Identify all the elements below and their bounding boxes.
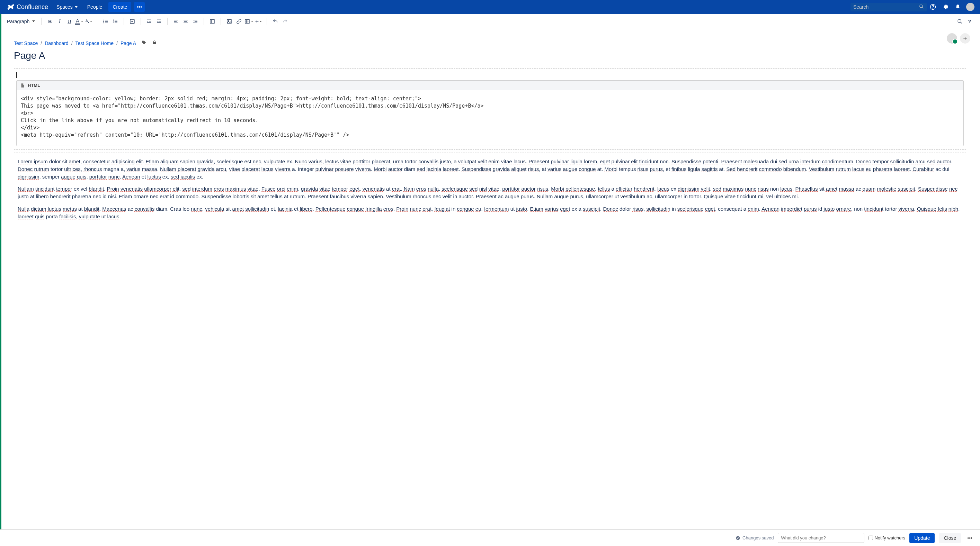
- chevron-down-icon: [81, 21, 83, 22]
- macro-label: HTML: [28, 83, 40, 88]
- layout-button[interactable]: [207, 17, 217, 26]
- paragraph[interactable]: Nullam tincidunt tempor ex vel blandit. …: [18, 185, 963, 200]
- svg-rect-11: [115, 20, 118, 20]
- svg-rect-23: [174, 20, 178, 20]
- nav-people[interactable]: People: [83, 0, 107, 14]
- indent-button[interactable]: [154, 17, 164, 26]
- svg-rect-29: [193, 20, 197, 20]
- breadcrumb-link[interactable]: Test Space Home: [75, 40, 114, 46]
- find-button[interactable]: [955, 17, 965, 26]
- create-button[interactable]: Create: [108, 2, 131, 12]
- nav-spaces[interactable]: Spaces: [52, 0, 83, 14]
- svg-line-41: [961, 22, 962, 24]
- svg-point-3: [933, 8, 933, 9]
- align-right-button[interactable]: [191, 17, 200, 26]
- svg-rect-18: [149, 21, 151, 21]
- breadcrumb-link[interactable]: Page A: [121, 40, 136, 46]
- search-icon: [919, 4, 924, 10]
- presence-avatar[interactable]: [947, 33, 957, 44]
- nav-people-label: People: [87, 4, 102, 10]
- settings-icon[interactable]: [940, 2, 951, 13]
- table-button[interactable]: [244, 17, 253, 26]
- page-title[interactable]: Page A: [14, 50, 966, 61]
- svg-rect-25: [174, 22, 178, 23]
- breadcrumb-link[interactable]: Dashboard: [45, 40, 68, 46]
- svg-point-8: [103, 22, 105, 23]
- editor-body-text-frame[interactable]: Lorem ipsum dolor sit amet, consectetur …: [14, 152, 966, 225]
- svg-rect-5: [105, 20, 108, 20]
- svg-rect-19: [147, 22, 151, 22]
- confluence-logo[interactable]: Confluence: [3, 3, 52, 11]
- chevron-down-icon: [75, 6, 78, 8]
- nav-spaces-label: Spaces: [56, 4, 73, 10]
- page-header-actions: +: [947, 33, 970, 44]
- task-list-button[interactable]: [127, 17, 137, 26]
- block-type-select[interactable]: Paragraph: [6, 19, 38, 24]
- more-formatting-button[interactable]: A•: [84, 17, 94, 26]
- create-more-button[interactable]: •••: [134, 2, 145, 12]
- breadcrumb-sep: /: [40, 40, 42, 46]
- chevron-down-icon: [90, 21, 92, 22]
- help-icon[interactable]: [928, 2, 939, 13]
- image-button[interactable]: [224, 17, 234, 26]
- paragraph[interactable]: Lorem ipsum dolor sit amet, consectetur …: [18, 158, 963, 180]
- ellipsis-icon: •••: [137, 4, 142, 10]
- svg-text:3: 3: [113, 22, 114, 24]
- page-content: + Test Space / Dashboard / Test Space Ho…: [0, 29, 980, 246]
- svg-rect-20: [157, 19, 161, 20]
- svg-point-42: [143, 41, 143, 42]
- svg-rect-15: [115, 22, 118, 23]
- svg-rect-22: [157, 22, 161, 22]
- underline-button[interactable]: U: [64, 17, 74, 26]
- macro-body[interactable]: <div style="background-color: yellow; bo…: [17, 90, 963, 146]
- create-label: Create: [113, 4, 127, 10]
- italic-button[interactable]: I: [55, 17, 64, 26]
- insert-more-button[interactable]: +: [253, 17, 263, 26]
- notifications-icon[interactable]: [952, 2, 963, 13]
- html-macro[interactable]: HTML <div style="background-color: yello…: [16, 80, 964, 146]
- cursor-line[interactable]: [16, 72, 964, 78]
- paragraph[interactable]: Nulla dictum luctus metus at blandit. Ma…: [18, 205, 963, 221]
- chevron-down-icon: [251, 21, 253, 22]
- bullet-list-button[interactable]: [101, 17, 110, 26]
- breadcrumb-link[interactable]: Test Space: [14, 40, 38, 46]
- macro-header: HTML: [17, 81, 963, 90]
- number-list-button[interactable]: 123: [110, 17, 120, 26]
- redo-button[interactable]: [280, 17, 290, 26]
- svg-point-0: [920, 5, 923, 7]
- svg-rect-21: [159, 21, 161, 21]
- editor-body-top-frame[interactable]: HTML <div style="background-color: yello…: [14, 68, 966, 150]
- svg-rect-43: [153, 42, 156, 44]
- restrictions-icon[interactable]: [152, 40, 157, 46]
- top-nav: Confluence Spaces People Create •••: [0, 0, 980, 14]
- editor-toolbar: Paragraph B I U A A• 123 + ?: [0, 14, 980, 29]
- brand-label: Confluence: [17, 3, 48, 11]
- svg-point-40: [958, 19, 961, 22]
- breadcrumb-sep: /: [116, 40, 118, 46]
- breadcrumb-sep: /: [72, 40, 73, 46]
- outdent-button[interactable]: [145, 17, 154, 26]
- invite-button[interactable]: +: [960, 33, 970, 44]
- document-icon: [20, 83, 25, 88]
- search-box[interactable]: [851, 3, 927, 11]
- editor-help-button[interactable]: ?: [965, 17, 974, 26]
- labels-icon[interactable]: [142, 40, 146, 46]
- user-avatar[interactable]: [966, 3, 974, 11]
- svg-rect-31: [193, 22, 197, 23]
- svg-rect-34: [227, 19, 231, 23]
- link-button[interactable]: [234, 17, 244, 26]
- align-center-button[interactable]: [181, 17, 191, 26]
- svg-rect-17: [147, 19, 151, 20]
- undo-button[interactable]: [270, 17, 280, 26]
- search-input[interactable]: [853, 4, 919, 10]
- chevron-down-icon: [260, 21, 262, 22]
- left-accent-stripe: [0, 14, 2, 246]
- align-left-button[interactable]: [171, 17, 181, 26]
- svg-rect-36: [245, 19, 249, 23]
- svg-point-4: [103, 19, 105, 21]
- svg-rect-16: [130, 19, 134, 24]
- text-color-button[interactable]: A: [74, 17, 84, 26]
- confluence-icon: [7, 3, 14, 11]
- chevron-down-icon: [32, 21, 35, 22]
- bold-button[interactable]: B: [45, 17, 55, 26]
